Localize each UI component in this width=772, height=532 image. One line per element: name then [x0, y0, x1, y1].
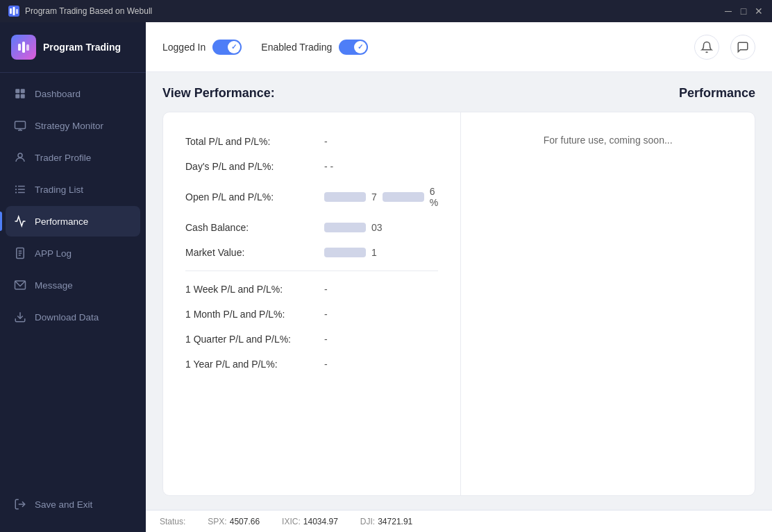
- performance-right-panel: For future use, coming soon...: [461, 112, 755, 495]
- sidebar-item-save-exit[interactable]: Save and Exit: [6, 489, 140, 520]
- open-pl-blur: [324, 192, 366, 202]
- user-icon: [14, 151, 26, 164]
- status-item-ixic: IXIC: 14034.97: [282, 517, 338, 526]
- svg-rect-5: [26, 44, 29, 51]
- month-pl-label: 1 Month P/L and P/L%:: [185, 309, 324, 320]
- toggle-knob: ✓: [228, 41, 240, 53]
- year-pl-value: -: [324, 359, 328, 370]
- open-pl-row: Open P/L and P/L%: 7 6 %: [185, 179, 438, 215]
- sidebar-item-label: Trading List: [35, 185, 83, 195]
- topbar: Logged In ✓ Enabled Trading ✓: [146, 22, 772, 72]
- sidebar-item-app-log[interactable]: APP Log: [6, 238, 140, 268]
- download-icon: [14, 311, 26, 323]
- svg-rect-2: [16, 9, 18, 14]
- statusbar: Status: SPX: 4507.66 IXIC: 14034.97 DJI:…: [146, 510, 772, 532]
- svg-rect-9: [21, 94, 25, 98]
- titlebar: Program Trading Based on Webull ─ □ ✕: [0, 0, 772, 22]
- future-use-text: For future use, coming soon...: [544, 135, 673, 146]
- open-pl-suffix: 7: [371, 191, 377, 203]
- divider: [185, 271, 438, 271]
- maximize-button[interactable]: □: [739, 6, 748, 16]
- toggle-knob-2: ✓: [354, 41, 367, 53]
- bell-icon: [700, 41, 713, 53]
- check-icon-2: ✓: [358, 43, 363, 51]
- sidebar-item-label: Save and Exit: [35, 499, 92, 510]
- topbar-left: Logged In ✓ Enabled Trading ✓: [162, 40, 694, 55]
- titlebar-title: Program Trading Based on Webull: [25, 6, 723, 16]
- svg-point-19: [15, 191, 17, 193]
- sidebar-item-message[interactable]: Message: [6, 270, 140, 300]
- sidebar-item-strategy-monitor[interactable]: Strategy Monitor: [6, 110, 140, 141]
- market-value-value: 1: [324, 247, 377, 258]
- sidebar-item-trader-profile[interactable]: Trader Profile: [6, 142, 140, 173]
- grid-icon: [14, 87, 26, 100]
- sidebar: Program Trading Dashboard Strategy Monit…: [0, 22, 146, 532]
- exit-icon: [14, 498, 26, 510]
- enabled-trading-label: Enabled Trading: [261, 42, 332, 53]
- status-item-spx: SPX: 4507.66: [208, 517, 260, 526]
- cash-balance-label: Cash Balance:: [185, 222, 324, 233]
- dji-label: DJI:: [360, 517, 375, 526]
- sidebar-item-dashboard[interactable]: Dashboard: [6, 78, 140, 109]
- quarter-pl-row: 1 Quarter P/L and P/L%: -: [185, 327, 438, 352]
- week-pl-label: 1 Week P/L and P/L%:: [185, 284, 324, 295]
- market-value-row: Market Value: 1: [185, 240, 438, 265]
- performance-left-panel: Total P/L and P/L%: - Day's P/L and P/L%…: [163, 112, 461, 495]
- status-label: Status:: [160, 517, 185, 526]
- enabled-trading-toggle-group: Enabled Trading ✓: [261, 40, 368, 55]
- sidebar-item-label: APP Log: [35, 248, 72, 259]
- svg-rect-10: [15, 121, 26, 129]
- minimize-button[interactable]: ─: [723, 6, 733, 16]
- svg-point-13: [18, 153, 22, 157]
- notification-button[interactable]: [694, 35, 719, 60]
- logged-in-toggle[interactable]: ✓: [212, 40, 242, 55]
- logo-text: Program Trading: [43, 42, 121, 53]
- svg-rect-4: [22, 42, 25, 53]
- cash-blur: [324, 223, 366, 232]
- sidebar-logo: Program Trading: [0, 22, 146, 73]
- open-pl-label: Open P/L and P/L%:: [185, 191, 324, 203]
- week-pl-value: -: [324, 284, 328, 295]
- month-pl-row: 1 Month P/L and P/L%: -: [185, 302, 438, 327]
- log-icon: [14, 247, 26, 259]
- days-pl-value: - -: [324, 161, 333, 172]
- sidebar-item-label: Trader Profile: [35, 153, 91, 163]
- check-icon: ✓: [231, 43, 237, 51]
- week-pl-row: 1 Week P/L and P/L%: -: [185, 277, 438, 302]
- close-button[interactable]: ✕: [754, 6, 764, 16]
- sidebar-item-download-data[interactable]: Download Data: [6, 302, 140, 332]
- status-item-dji: DJI: 34721.91: [360, 517, 412, 526]
- month-pl-value: -: [324, 309, 328, 320]
- quarter-pl-value: -: [324, 334, 328, 345]
- ixic-value: 14034.97: [303, 517, 338, 526]
- sidebar-bottom: Save and Exit: [0, 489, 146, 532]
- days-pl-label: Day's P/L and P/L%:: [185, 161, 324, 172]
- svg-point-18: [15, 189, 17, 190]
- svg-rect-1: [13, 7, 15, 15]
- logo-icon: [11, 35, 36, 60]
- performance-label: Performance: [679, 86, 755, 101]
- enabled-trading-toggle[interactable]: ✓: [339, 40, 368, 55]
- dji-value: 34721.91: [378, 517, 412, 526]
- svg-rect-7: [21, 89, 25, 93]
- market-blur: [324, 248, 366, 257]
- spx-value: 4507.66: [230, 517, 260, 526]
- total-pl-value: -: [324, 136, 328, 147]
- svg-rect-8: [15, 94, 19, 98]
- sidebar-item-trading-list[interactable]: Trading List: [6, 174, 140, 205]
- svg-rect-0: [10, 8, 12, 14]
- ixic-label: IXIC:: [282, 517, 301, 526]
- message-icon: [14, 279, 26, 291]
- svg-point-17: [15, 185, 17, 187]
- market-suffix: 1: [371, 247, 377, 258]
- sidebar-item-label: Performance: [35, 216, 88, 227]
- svg-rect-6: [15, 89, 19, 93]
- svg-rect-3: [18, 44, 21, 51]
- chat-icon: [737, 41, 749, 53]
- sidebar-item-performance[interactable]: Performance: [6, 206, 140, 237]
- chat-button[interactable]: [730, 35, 755, 60]
- spx-label: SPX:: [208, 517, 226, 526]
- window-controls[interactable]: ─ □ ✕: [723, 6, 764, 16]
- topbar-right: [694, 35, 755, 60]
- chart-icon: [14, 215, 26, 228]
